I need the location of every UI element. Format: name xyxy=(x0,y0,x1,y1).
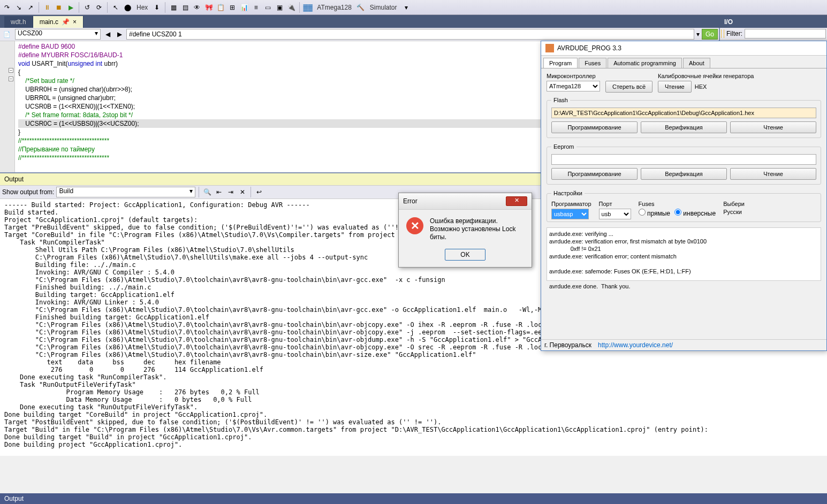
reset-icon[interactable]: ↺ xyxy=(82,3,92,12)
document-tabs: wdt.h main.c📌× I/O xyxy=(0,15,827,28)
pin-icon[interactable]: 📌 xyxy=(62,18,70,26)
device-name[interactable]: ATmega128 xyxy=(315,4,353,11)
eeprom-group: Eeprom Программирование Верификация Чтен… xyxy=(547,143,821,185)
collapse-toggle[interactable]: − xyxy=(9,68,13,73)
symbol-combo[interactable]: UCSZ00 ▾ xyxy=(15,29,101,40)
tab-main[interactable]: main.c📌× xyxy=(33,16,84,28)
flash-read-button[interactable]: Чтение xyxy=(730,121,816,133)
flash-program-button[interactable]: Программирование xyxy=(551,121,638,133)
watch-icon[interactable]: 👁 xyxy=(192,3,202,12)
programmer-select[interactable]: usbasp xyxy=(551,209,589,219)
programmer-label: Программатор xyxy=(551,201,591,207)
code-header: 📄 UCSZ00 ▾ ◀ ▶ #define UCSZ00 1 ▾ Go xyxy=(0,28,719,41)
dialog-message: Ошибка верификации. Возможно установлены… xyxy=(430,217,524,241)
memory-icon[interactable]: ▦ xyxy=(169,3,178,12)
next-icon[interactable]: ⇥ xyxy=(226,187,236,197)
clear-icon[interactable]: ✕ xyxy=(238,187,247,197)
erase-button[interactable]: Стереть всё xyxy=(605,81,653,93)
find-icon[interactable]: 🔍 xyxy=(202,187,212,197)
terminal-icon[interactable]: ▣ xyxy=(275,3,284,12)
filter-input[interactable] xyxy=(745,29,826,39)
mcu-select[interactable]: ATmega128 xyxy=(547,81,600,91)
nav-fwd-icon[interactable]: ▶ xyxy=(115,29,124,39)
separator xyxy=(199,187,199,197)
main-toolbar: ↷ ↘ ↗ ⏸ ⏹ ▶ ↺ ⟳ ↖ ⬤ Hex ⬇ ▦ ▤ 👁 🎀 📋 ⊞ 📊 … xyxy=(0,0,827,15)
tool-icon[interactable]: ⬇ xyxy=(152,3,162,12)
separator xyxy=(79,2,79,13)
prev-icon[interactable]: ⇤ xyxy=(214,187,224,197)
wrap-icon[interactable]: ↩ xyxy=(254,187,264,197)
output-icon[interactable]: ▭ xyxy=(263,3,272,12)
tab-about[interactable]: About xyxy=(683,58,710,68)
hex-label[interactable]: Hex xyxy=(134,4,150,11)
tab-program[interactable]: Program xyxy=(543,58,578,68)
flash-legend: Flash xyxy=(551,97,570,103)
step-out-icon[interactable]: ↗ xyxy=(26,3,35,12)
stack-icon[interactable]: ≡ xyxy=(251,3,261,12)
flash-verify-button[interactable]: Верификация xyxy=(641,121,727,133)
close-button[interactable]: ✕ xyxy=(506,196,527,206)
separator xyxy=(165,2,165,13)
chip-icon[interactable]: ▓▓ xyxy=(303,3,313,12)
stop-icon[interactable]: ⏹ xyxy=(54,3,64,12)
fuses-label: Fuses xyxy=(639,201,716,207)
fuses-direct-radio[interactable]: прямые xyxy=(639,209,670,217)
eeprom-program-button[interactable]: Программирование xyxy=(551,168,638,180)
read-calib-button[interactable]: Чтение xyxy=(658,81,692,93)
filter-label: Filter: xyxy=(726,30,742,37)
error-dialog: Error ✕ ✕ Ошибка верификации. Возможно у… xyxy=(398,193,532,268)
eeprom-read-button[interactable]: Чтение xyxy=(730,168,816,180)
avrdude-statusbar: г. Первоуральск http://www.yourdevice.ne… xyxy=(541,339,826,350)
io-btn1-icon[interactable] xyxy=(721,29,722,38)
avrdude-window: AVRDUDE_PROG 3.3 Program Fuses Automatic… xyxy=(541,41,827,351)
registers-icon[interactable]: ▤ xyxy=(180,3,190,12)
avrdude-titlebar[interactable]: AVRDUDE_PROG 3.3 xyxy=(541,41,826,56)
collapse-toggle[interactable]: − xyxy=(9,77,13,81)
status-url[interactable]: http://www.yourdevice.net/ xyxy=(598,341,673,349)
settings-legend: Настройки xyxy=(551,190,585,196)
separator xyxy=(39,2,39,13)
go-button[interactable]: Go xyxy=(702,29,718,40)
locals-icon[interactable]: 📊 xyxy=(239,3,249,12)
nav-back-icon[interactable]: ◀ xyxy=(103,29,112,39)
status-city: г. Первоуральск xyxy=(544,341,591,349)
tab-wdt[interactable]: wdt.h xyxy=(4,16,33,28)
tool-name[interactable]: Simulator xyxy=(368,4,399,11)
port-select[interactable]: usb xyxy=(599,209,631,219)
device-icon[interactable]: 🔌 xyxy=(286,3,296,12)
avrdude-tabs: Program Fuses Automatic programming Abou… xyxy=(541,56,826,68)
hammer-icon[interactable]: 🔨 xyxy=(356,3,366,12)
dialog-title: Error xyxy=(403,197,418,205)
avrdude-title-text: AVRDUDE_PROG 3.3 xyxy=(557,44,621,52)
define-bar[interactable]: #define UCSZ00 1 xyxy=(126,29,694,40)
pause-icon[interactable]: ⏸ xyxy=(42,3,52,12)
io-view-icon[interactable]: ⊞ xyxy=(227,3,237,12)
disasm-icon[interactable]: 📋 xyxy=(216,3,225,12)
restart-icon[interactable]: ⟳ xyxy=(94,3,104,12)
cursor-icon[interactable]: ↖ xyxy=(111,3,120,12)
breakpoint-icon[interactable]: ⬤ xyxy=(123,3,132,12)
io-btn2-icon[interactable] xyxy=(724,29,724,38)
dialog-titlebar[interactable]: Error ✕ xyxy=(399,193,532,210)
define-text: #define UCSZ00 1 xyxy=(129,30,182,38)
flash-path-input[interactable] xyxy=(551,108,816,118)
eeprom-path-input[interactable] xyxy=(551,154,816,165)
tab-fuses[interactable]: Fuses xyxy=(579,58,606,68)
ribbon-icon[interactable]: 🎀 xyxy=(204,3,214,12)
dropdown-icon[interactable]: ▾ xyxy=(401,3,411,12)
play-icon[interactable]: ▶ xyxy=(66,3,75,12)
tab-label: main.c xyxy=(40,18,58,26)
tab-label: wdt.h xyxy=(11,18,26,26)
step-into-icon[interactable]: ↘ xyxy=(14,3,24,12)
output-source-combo[interactable]: Build▾ xyxy=(56,187,195,197)
tab-auto[interactable]: Automatic programming xyxy=(608,58,682,68)
step-over-icon[interactable]: ↷ xyxy=(2,3,12,12)
avrdude-log[interactable]: avrdude.exe: verifying ... avrdude.exe: … xyxy=(547,227,821,281)
separator xyxy=(299,2,300,13)
close-icon[interactable]: × xyxy=(73,18,77,26)
port-label: Порт xyxy=(599,201,631,207)
fuses-inverse-radio[interactable]: инверсные xyxy=(674,209,716,217)
output-source-value: Build xyxy=(59,187,73,195)
ok-button[interactable]: OK xyxy=(445,249,485,261)
eeprom-verify-button[interactable]: Верификация xyxy=(641,168,727,180)
